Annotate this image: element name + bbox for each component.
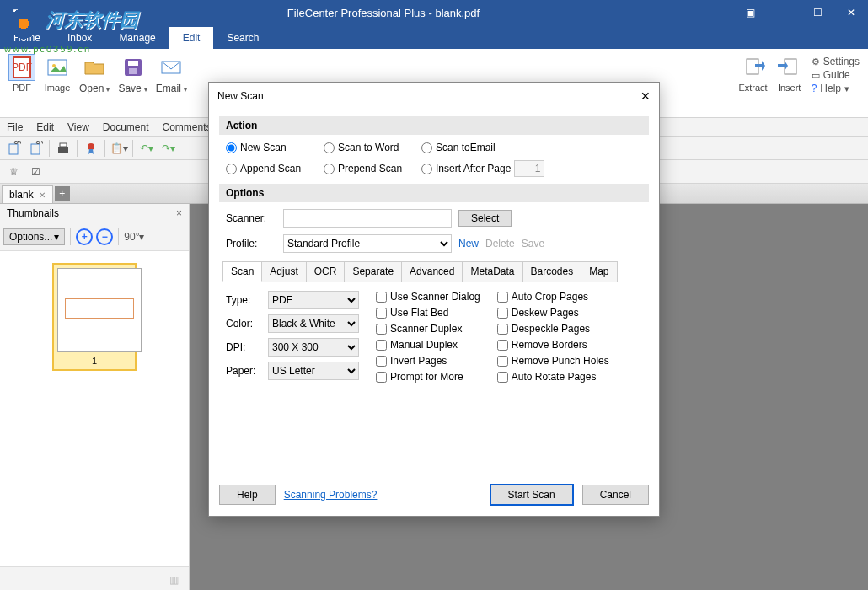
menu-comments[interactable]: Comments: [163, 121, 212, 133]
ribbon-insert-button[interactable]: Insert: [773, 52, 806, 94]
ribbon-save-button[interactable]: Save ▾: [115, 52, 150, 96]
check-manual-duplex[interactable]: Manual Duplex: [376, 339, 480, 351]
crown-icon[interactable]: ♕: [3, 162, 24, 182]
dialog-title: New Scan: [217, 90, 264, 102]
radio-scan-to-word[interactable]: Scan to Word: [324, 142, 418, 153]
ribbon-toggle-icon[interactable]: ▣: [733, 0, 767, 25]
doctab-add-button[interactable]: +: [55, 186, 70, 201]
new-scan-dialog: New Scan ✕ Action New Scan Scan to Word …: [208, 82, 660, 517]
redo-icon[interactable]: ↷▾: [158, 138, 179, 158]
type-select[interactable]: PDF: [268, 291, 359, 309]
menu-view[interactable]: View: [67, 121, 89, 133]
checklist-icon[interactable]: ☑: [25, 162, 46, 182]
radio-new-scan[interactable]: New Scan: [226, 142, 320, 153]
zoom-out-icon[interactable]: −: [96, 228, 113, 245]
color-select[interactable]: Black & White: [268, 314, 359, 333]
dpi-select[interactable]: 300 X 300: [268, 338, 359, 357]
tab-advanced[interactable]: Advanced: [401, 261, 463, 282]
thumbnails-close-icon[interactable]: ×: [176, 207, 182, 219]
menu-document[interactable]: Document: [103, 121, 149, 133]
zoom-in-icon[interactable]: +: [76, 228, 93, 245]
check-auto-rotate[interactable]: Auto Rotate Pages: [497, 371, 609, 383]
ribbon-open-button[interactable]: Open ▾: [76, 52, 113, 96]
svg-text:90°: 90°: [13, 141, 21, 147]
profile-select[interactable]: Standard Profile: [283, 234, 452, 253]
radio-prepend-scan[interactable]: Prepend Scan: [324, 163, 418, 174]
ribbon-pdf-button[interactable]: PDF PDF: [5, 52, 39, 94]
check-deskew[interactable]: Deskew Pages: [497, 307, 609, 319]
rotate-right-icon[interactable]: 90°: [25, 138, 46, 158]
cancel-button[interactable]: Cancel: [582, 485, 649, 505]
tab-metadata[interactable]: MetaData: [462, 261, 522, 282]
maximize-button[interactable]: ☐: [801, 0, 834, 25]
minimize-button[interactable]: —: [767, 0, 801, 25]
thumbnail-page-1[interactable]: 1: [52, 263, 137, 371]
settings-link[interactable]: ⚙ Settings: [812, 56, 860, 67]
chevron-down-icon: ▾: [184, 86, 187, 94]
check-remove-punch[interactable]: Remove Punch Holes: [497, 355, 609, 367]
tab-barcodes[interactable]: Barcodes: [522, 261, 582, 282]
ribbon-image-button[interactable]: Image: [40, 52, 74, 94]
check-use-flat-bed[interactable]: Use Flat Bed: [376, 307, 480, 319]
insert-page-number-input[interactable]: [514, 160, 544, 177]
check-invert-pages[interactable]: Invert Pages: [376, 355, 480, 367]
svg-rect-14: [58, 147, 68, 153]
tab-edit[interactable]: Edit: [169, 27, 214, 49]
type-label: Type:: [226, 294, 263, 306]
ribbon-extract-button[interactable]: Extract: [735, 52, 770, 94]
check-scanner-duplex[interactable]: Scanner Duplex: [376, 323, 480, 335]
action-section-header: Action: [219, 116, 649, 135]
help-button[interactable]: Help: [219, 485, 276, 505]
start-scan-button[interactable]: Start Scan: [490, 484, 574, 506]
tab-search[interactable]: Search: [213, 27, 272, 49]
tab-ocr[interactable]: OCR: [306, 261, 346, 282]
check-use-scanner-dialog[interactable]: Use Scanner Dialog: [376, 291, 480, 303]
tab-map[interactable]: Map: [581, 261, 617, 282]
radio-append-scan[interactable]: Append Scan: [226, 163, 320, 174]
main-menubar: Home Inbox Manage Edit Search: [0, 25, 868, 49]
tab-adjust[interactable]: Adjust: [261, 261, 306, 282]
rotate-thumb-icon[interactable]: 90°▾: [124, 227, 144, 247]
help-panel: ⚙ Settings ▭ Guide ? Help ▾: [808, 52, 863, 98]
app-logo-icon: ◧: [0, 0, 34, 25]
menu-edit[interactable]: Edit: [36, 121, 54, 133]
ribbon-email-button[interactable]: Email ▾: [153, 52, 190, 96]
undo-icon[interactable]: ↶▾: [137, 138, 157, 158]
check-prompt-for-more[interactable]: Prompt for More: [376, 371, 480, 383]
scanning-problems-link[interactable]: Scanning Problems?: [284, 489, 378, 501]
help-link[interactable]: ? Help ▾: [812, 83, 860, 94]
close-button[interactable]: ✕: [834, 0, 868, 25]
svg-rect-6: [129, 68, 137, 74]
doctab-close-icon[interactable]: ✕: [39, 190, 46, 200]
dialog-close-icon[interactable]: ✕: [640, 89, 651, 103]
rotate-left-icon[interactable]: 90°: [3, 138, 24, 158]
thumbnails-title: Thumbnails: [7, 207, 59, 219]
check-remove-borders[interactable]: Remove Borders: [497, 339, 609, 351]
tab-scan[interactable]: Scan: [222, 261, 262, 282]
thumbnails-options-button[interactable]: Options... ▾: [3, 228, 65, 245]
paste-icon[interactable]: 📋▾: [109, 138, 129, 158]
window-title: FileCenter Professional Plus - blank.pdf: [34, 7, 733, 19]
radio-insert-after-page[interactable]: Insert After Page: [421, 163, 511, 174]
tab-manage[interactable]: Manage: [105, 27, 169, 49]
certificate-icon[interactable]: [81, 138, 101, 158]
menu-file[interactable]: File: [7, 121, 23, 133]
guide-link[interactable]: ▭ Guide: [812, 69, 860, 81]
color-label: Color:: [226, 318, 263, 330]
svg-point-16: [88, 143, 94, 150]
paper-select[interactable]: US Letter: [268, 362, 359, 380]
pages-stack-icon[interactable]: ▥: [163, 570, 184, 590]
tab-home[interactable]: Home: [0, 27, 54, 49]
profile-new-link[interactable]: New: [458, 238, 479, 249]
scanner-input[interactable]: [283, 209, 452, 228]
check-despeckle[interactable]: Despeckle Pages: [497, 323, 609, 335]
tab-separate[interactable]: Separate: [344, 261, 402, 282]
svg-text:PDF: PDF: [12, 62, 32, 73]
select-scanner-button[interactable]: Select: [458, 210, 512, 227]
doctab-blank[interactable]: blank ✕: [2, 185, 53, 203]
radio-scan-to-email[interactable]: Scan toEmail: [421, 142, 516, 153]
tab-inbox[interactable]: Inbox: [54, 27, 105, 49]
check-auto-crop[interactable]: Auto Crop Pages: [497, 291, 609, 303]
print-icon[interactable]: [53, 138, 73, 158]
options-section-header: Options: [219, 184, 649, 202]
